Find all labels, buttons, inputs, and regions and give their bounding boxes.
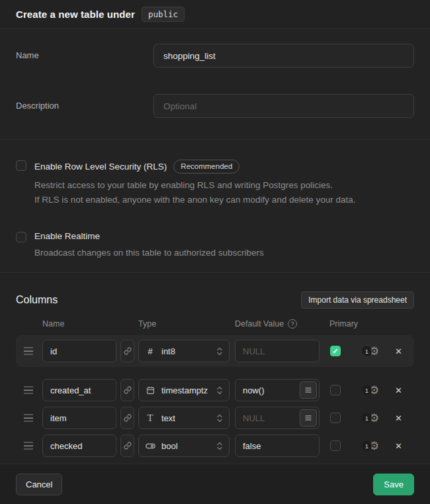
- header-name: Name: [42, 319, 64, 328]
- primary-checkbox[interactable]: [330, 440, 341, 451]
- chevron-updown-icon: [216, 441, 223, 451]
- column-type-select[interactable]: timestamptz: [138, 379, 230, 401]
- realtime-description: Broadcast changes on this table to autho…: [34, 246, 414, 260]
- remove-column-button[interactable]: ✕: [394, 412, 404, 425]
- column-rows: # int8 ✓ 1 ⚙ ✕ time: [0, 335, 430, 460]
- default-value-input[interactable]: [235, 340, 320, 362]
- column-row: # int8 ✓ 1 ⚙ ✕: [0, 335, 430, 367]
- save-button[interactable]: Save: [373, 474, 414, 495]
- foreign-key-link-button[interactable]: [120, 434, 134, 457]
- link-icon: [124, 414, 132, 422]
- type-label: text: [161, 413, 175, 423]
- general-section: Name Description: [0, 29, 430, 140]
- foreign-key-link-button[interactable]: [120, 407, 134, 429]
- modal-footer: Cancel Save: [0, 464, 430, 504]
- cancel-button[interactable]: Cancel: [16, 474, 62, 495]
- rls-label: Enable Row Level Security (RLS): [34, 162, 167, 172]
- security-section: Enable Row Level Security (RLS) Recommen…: [0, 140, 430, 273]
- rls-description-line1: Restrict access to your table by enablin…: [34, 178, 414, 193]
- default-value-menu-button[interactable]: [300, 381, 317, 399]
- check-icon: ✓: [332, 348, 338, 355]
- realtime-group: Enable Realtime Broadcast changes on thi…: [16, 231, 414, 260]
- column-settings-button[interactable]: 1 ⚙: [362, 385, 379, 396]
- table-name-input[interactable]: [153, 44, 414, 68]
- modal-title: Create a new table under: [16, 9, 135, 20]
- column-type-select[interactable]: # int8: [138, 340, 230, 362]
- recommended-badge: Recommended: [173, 160, 239, 174]
- realtime-label: Enable Realtime: [34, 231, 100, 241]
- primary-checkbox[interactable]: [330, 385, 341, 395]
- link-icon: [124, 347, 132, 355]
- import-spreadsheet-button[interactable]: Import data via spreadsheet: [301, 291, 414, 309]
- header-default-value: Default Value: [235, 319, 284, 328]
- name-label: Name: [16, 44, 153, 68]
- table-description-input[interactable]: [153, 94, 414, 118]
- settings-count-badge: 1: [362, 413, 372, 423]
- drag-handle-icon[interactable]: [24, 442, 33, 450]
- settings-count-badge: 1: [362, 346, 372, 356]
- header-type: Type: [138, 319, 156, 328]
- foreign-key-link-button[interactable]: [120, 379, 134, 401]
- column-settings-button[interactable]: 1 ⚙: [362, 413, 379, 424]
- type-label: bool: [161, 441, 178, 451]
- default-value-input[interactable]: [235, 434, 320, 457]
- description-field-row: Description: [16, 94, 414, 118]
- rls-checkbox[interactable]: [16, 160, 26, 171]
- remove-column-button[interactable]: ✕: [394, 440, 404, 452]
- rls-group: Enable Row Level Security (RLS) Recommen…: [16, 160, 414, 207]
- settings-count-badge: 1: [362, 385, 372, 395]
- column-row: timestamptz 1 ⚙ ✕: [0, 376, 430, 404]
- calendar-icon: [146, 386, 155, 395]
- help-icon[interactable]: ?: [288, 319, 297, 328]
- settings-count-badge: 1: [362, 441, 372, 451]
- type-icon: T: [145, 413, 155, 424]
- remove-column-button[interactable]: ✕: [394, 384, 404, 397]
- columns-section: Columns Import data via spreadsheet Name…: [0, 273, 430, 464]
- link-icon: [124, 442, 132, 450]
- column-settings-button[interactable]: 1 ⚙: [362, 440, 379, 452]
- chevron-updown-icon: [216, 385, 223, 395]
- column-row: T text 1 ⚙ ✕: [0, 404, 430, 432]
- list-icon: [304, 414, 312, 422]
- chevron-updown-icon: [216, 346, 223, 356]
- default-value-menu-button[interactable]: [300, 409, 317, 427]
- realtime-checkbox[interactable]: [16, 232, 26, 242]
- link-icon: [124, 386, 132, 394]
- schema-badge: public: [142, 7, 185, 22]
- type-icon: [145, 386, 155, 395]
- type-label: int8: [161, 346, 175, 356]
- drag-handle-icon[interactable]: [24, 348, 33, 355]
- primary-checkbox[interactable]: ✓: [330, 346, 341, 356]
- modal-header: Create a new table under public: [0, 0, 430, 29]
- primary-checkbox[interactable]: [330, 413, 341, 423]
- hash-icon: #: [148, 346, 153, 356]
- column-type-select[interactable]: bool: [138, 434, 230, 457]
- description-label: Description: [16, 94, 153, 118]
- type-label: timestamptz: [161, 385, 208, 395]
- drag-handle-icon[interactable]: [24, 415, 33, 422]
- column-name-input[interactable]: [42, 407, 116, 429]
- create-table-modal: Create a new table under public Name Des…: [0, 0, 430, 504]
- remove-column-button[interactable]: ✕: [394, 345, 404, 358]
- column-type-select[interactable]: T text: [138, 407, 230, 429]
- list-icon: [304, 386, 312, 394]
- column-table-headers: Name Type Default Value? Primary: [0, 319, 430, 331]
- column-row: bool 1 ⚙ ✕: [0, 432, 430, 460]
- type-icon: #: [145, 346, 155, 356]
- columns-heading: Columns: [16, 294, 58, 306]
- chevron-updown-icon: [216, 413, 223, 423]
- name-field-row: Name: [16, 44, 414, 68]
- text-icon: T: [147, 413, 153, 424]
- column-settings-button[interactable]: 1 ⚙: [362, 346, 379, 357]
- column-name-input[interactable]: [42, 340, 116, 362]
- rls-description-line2: If RLS is not enabled, anyone with the a…: [34, 193, 414, 207]
- column-name-input[interactable]: [42, 379, 116, 401]
- column-name-input[interactable]: [42, 434, 116, 457]
- toggle-icon: [146, 441, 155, 451]
- foreign-key-link-button[interactable]: [120, 340, 134, 362]
- type-icon: [145, 441, 155, 451]
- header-primary: Primary: [329, 319, 358, 328]
- drag-handle-icon[interactable]: [24, 387, 33, 394]
